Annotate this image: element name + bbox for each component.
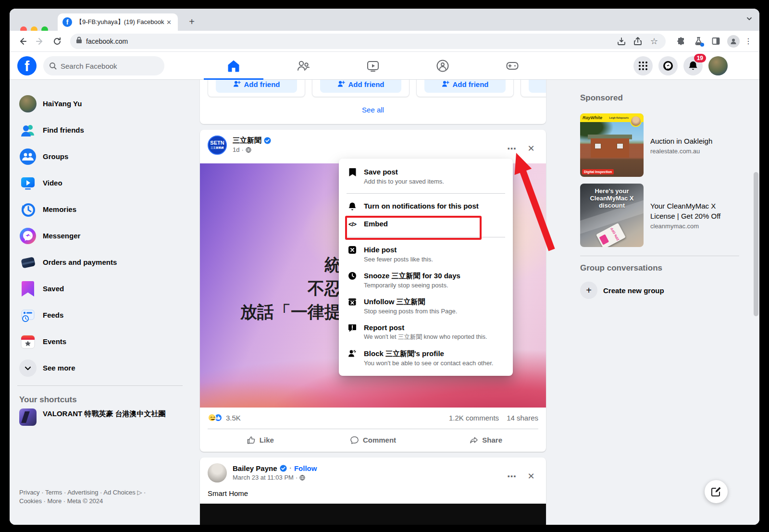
sponsored-ad-realestate[interactable]: RayWhite Leigh Kelepouris Digital Inspec…	[580, 113, 739, 177]
new-tab-button[interactable]: +	[186, 15, 198, 28]
sidebar-item-orders[interactable]: Orders and payments	[17, 249, 186, 275]
setn-page-avatar[interactable]: SETN三立新聞網	[208, 136, 227, 155]
share-icon[interactable]	[632, 36, 644, 47]
unfollow-box-icon	[347, 297, 358, 307]
browser-tab[interactable]: f 【9-FB:yuhaya】(19) Facebook ✕	[58, 13, 178, 31]
tab-friends[interactable]	[273, 52, 333, 80]
reload-button[interactable]	[51, 35, 63, 48]
grid-icon	[638, 61, 648, 71]
side-panel-icon[interactable]	[709, 35, 722, 48]
facebook-page: Add friend Add friend Add friend	[10, 52, 759, 525]
sidebar-shortcut-valorant[interactable]: VALORANT 特戰英豪 台港澳中文社團	[17, 408, 186, 426]
ad-domain: cleanmymac.com	[650, 223, 739, 230]
globe-privacy-icon	[299, 475, 305, 481]
sidebar-item-video[interactable]: Video	[17, 170, 186, 196]
tab-search-chevron-icon[interactable]	[746, 15, 753, 24]
sidebar-item-events[interactable]: Events	[17, 328, 186, 355]
menu-item-embed[interactable]: </> Embed	[343, 215, 509, 233]
sidebar-item-groups[interactable]: Groups	[17, 143, 186, 170]
forward-button[interactable]	[34, 35, 46, 48]
chrome-menu-icon[interactable]: ⋮	[744, 37, 753, 46]
chrome-profile-icon[interactable]	[727, 35, 740, 48]
post-time[interactable]: March 23 at 11:03 PM	[233, 474, 294, 481]
download-icon[interactable]	[616, 36, 627, 47]
tab-close-icon[interactable]: ✕	[165, 18, 173, 26]
sidebar-item-saved[interactable]: Saved	[17, 275, 186, 302]
see-all-link[interactable]: See all	[200, 106, 546, 114]
sidebar-item-see-more[interactable]: See more	[17, 355, 186, 381]
memories-icon	[19, 201, 37, 218]
post-author-name[interactable]: 三立新聞	[233, 136, 261, 145]
post-action-bar: Like Comment Share	[204, 431, 542, 449]
sidebar-item-find-friends[interactable]: Find friends	[17, 117, 186, 143]
search-input[interactable]	[61, 62, 152, 70]
tab-title: 【9-FB:yuhaya】(19) Facebook	[76, 18, 165, 26]
url-bar[interactable]: facebook.com ☆	[70, 34, 666, 49]
menu-item-snooze[interactable]: Snooze 三立新聞 for 30 days Temporarily stop…	[343, 267, 509, 293]
tab-video[interactable]	[343, 52, 403, 80]
post-close-button[interactable]: ✕	[524, 141, 538, 156]
browser-window: f 【9-FB:yuhaya】(19) Facebook ✕ + faceboo…	[10, 9, 759, 525]
comment-count[interactable]: 1.2K comments	[449, 414, 499, 422]
back-button[interactable]	[16, 35, 29, 48]
create-new-group-button[interactable]: + Create new group	[580, 282, 664, 299]
tab-gaming[interactable]	[483, 52, 542, 80]
bailey-avatar[interactable]	[208, 463, 227, 483]
follow-link[interactable]: Follow	[294, 464, 317, 472]
notifications-button[interactable]: 19	[683, 56, 703, 75]
sidebar-item-feeds[interactable]: Feeds	[17, 302, 186, 328]
tab-groups[interactable]	[413, 52, 472, 80]
tab-home[interactable]	[204, 52, 263, 80]
like-button[interactable]: Like	[204, 431, 317, 449]
bookmark-star-icon[interactable]: ☆	[648, 36, 660, 47]
comment-bubble-icon	[350, 435, 359, 445]
saved-bookmark-icon	[19, 280, 37, 297]
post-close-button[interactable]: ✕	[524, 469, 538, 483]
apps-grid-button[interactable]	[633, 56, 653, 75]
left-sidebar: HaiYang Yu Find friends Groups Video	[17, 90, 186, 381]
facebook-search[interactable]	[43, 56, 164, 75]
menu-item-save-post[interactable]: Save post Add this to your saved items.	[343, 163, 509, 189]
sponsored-ad-cleanmymac[interactable]: Here's your CleanMyMac X discount 20% OF…	[580, 184, 739, 247]
sidebar-divider	[17, 385, 183, 386]
haha-reaction-icon[interactable]	[208, 413, 216, 422]
compose-post-button[interactable]	[705, 480, 728, 503]
menu-item-notifications[interactable]: Turn on notifications for this post	[343, 198, 509, 215]
compose-pencil-icon	[711, 486, 721, 497]
extensions-puzzle-icon[interactable]	[674, 35, 688, 48]
profile-avatar	[19, 95, 37, 112]
profile-menu-avatar[interactable]	[708, 56, 728, 75]
labs-flask-icon[interactable]	[692, 35, 705, 48]
notification-badge: 19	[694, 54, 706, 62]
menu-item-unfollow[interactable]: Unfollow 三立新聞 Stop seeing posts from thi…	[343, 293, 509, 319]
ad-title: Your CleanMyMac X License | Get 20% Off	[650, 201, 739, 221]
post-options-button[interactable]: ⋯	[505, 469, 519, 483]
post-header: Bailey Payne · Follow March 23 at 11:03 …	[200, 458, 546, 491]
verified-badge-icon	[264, 137, 271, 144]
share-arrow-icon	[469, 435, 478, 445]
browser-toolbar: facebook.com ☆ ⋮	[10, 31, 759, 52]
facebook-logo[interactable]: f	[17, 56, 37, 75]
sidebar-item-messenger[interactable]: Messenger	[17, 223, 186, 249]
messenger-button[interactable]	[658, 56, 678, 75]
page-scrollbar[interactable]	[754, 172, 758, 316]
share-count[interactable]: 14 shares	[507, 414, 538, 422]
post-video[interactable]	[200, 504, 546, 525]
comment-button[interactable]: Comment	[317, 431, 430, 449]
share-button[interactable]: Share	[429, 431, 542, 449]
menu-item-block[interactable]: Block 三立新聞's profile You won't be able t…	[343, 345, 509, 371]
search-icon	[49, 62, 57, 70]
sidebar-footer[interactable]: Privacy · Terms · Advertising · Ad Choic…	[19, 488, 178, 506]
sidebar-item-memories[interactable]: Memories	[17, 196, 186, 223]
hide-x-icon	[347, 245, 358, 255]
post-options-button[interactable]: ⋯	[505, 141, 519, 156]
post-author-name[interactable]: Bailey Payne	[233, 464, 277, 472]
menu-item-report[interactable]: Report post We won't let 三立新聞 know who r…	[343, 319, 509, 345]
sidebar-item-profile[interactable]: HaiYang Yu	[17, 90, 186, 117]
post-time[interactable]: 1d	[233, 146, 239, 153]
facebook-header: f	[10, 52, 759, 80]
menu-item-hide-post[interactable]: Hide post See fewer posts like this.	[343, 241, 509, 267]
person-add-icon	[233, 80, 241, 88]
bell-icon	[347, 201, 358, 211]
reaction-count[interactable]: 3.5K	[226, 414, 241, 422]
